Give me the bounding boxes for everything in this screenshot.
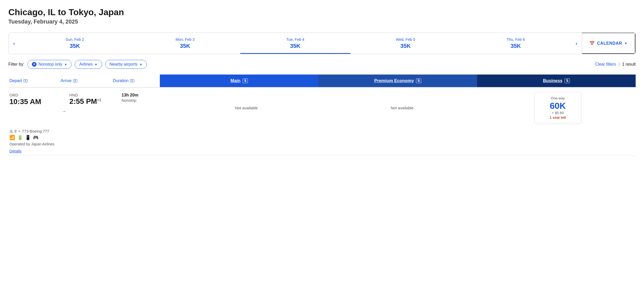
clear-filters-button[interactable]: Clear filters [595,62,616,67]
premium-sort-button[interactable]: Premium Economy ⇅ [318,75,477,87]
date-price-3: 35K [400,43,411,49]
business-sort-button[interactable]: Business ⇅ [477,75,636,87]
table-row: ORD 10:35 AM → HND 2:55 PM+1 13h 20m Non… [8,87,636,128]
flight-arrow-icon: → [62,109,66,114]
flight-business-col[interactable]: One way 60K + $5.60 1 seat left [480,88,636,128]
date-nav: ‹ Sun, Feb 2 35K Mon, Feb 3 35K Tue, Feb… [8,32,636,54]
arrive-airport-code: HND [69,93,122,97]
flight-duration-col: 13h 20m Nonstop [122,88,169,128]
arrive-time: 2:55 PM+1 [69,97,122,106]
entertainment-icon: 🎮 [33,135,39,140]
business-header-label: Business [543,78,563,83]
date-label-1: Mon, Feb 3 [175,37,195,42]
nearby-airports-chevron-icon: ▼ [139,63,143,66]
power-icon: 🔋 [17,135,23,140]
date-price-0: 35K [70,43,80,49]
date-label-0: Sun, Feb 2 [66,37,84,42]
aircraft-type: 773-Boeing 777 [22,129,49,133]
date-item-0[interactable]: Sun, Feb 2 35K [20,33,130,54]
stops-value: Nonstop [122,98,169,103]
date-item-3[interactable]: Wed, Feb 5 35K [350,33,461,54]
flight-main-col: Not available [169,88,324,128]
airlines-label: Airlines [79,62,92,67]
amenity-icons: 📶 🔋 📱 🎮 [9,135,636,140]
calendar-button[interactable]: 📅 CALENDAR ▼ [582,33,635,54]
date-label-4: Thu, Feb 6 [507,37,525,42]
next-date-button[interactable]: › [571,33,582,54]
nonstop-label: Nonstop only [38,62,62,67]
nearby-airports-label: Nearby airports [110,62,138,67]
result-count: 1 result [622,62,636,67]
depart-sort-icon: ⇅ [24,79,28,83]
duration-sort-icon: ⇅ [130,79,134,83]
separator-dot [19,130,20,132]
operated-by: Operated by Japan Airlines [9,142,636,146]
wifi-icon: 📶 [9,135,15,140]
duration-header-label: Duration [113,78,128,83]
date-item-1[interactable]: Mon, Feb 3 35K [130,33,240,54]
details-link[interactable]: Details [9,149,21,153]
depart-sort-button[interactable]: Depart ⇅ [9,78,28,83]
date-nav-items: Sun, Feb 2 35K Mon, Feb 3 35K Tue, Feb 4… [20,33,571,54]
page-subtitle: Tuesday, February 4, 2025 [8,18,636,25]
filter-by-label: Filter by: [8,62,24,67]
flight-info: JL 9 773-Boeing 777 [9,129,636,133]
filter-divider: | [619,62,620,67]
flight-premium-col: Not available [324,88,480,128]
business-seats-remaining: 1 seat left [540,116,576,119]
flight-arrive-col: HND 2:55 PM+1 [69,88,122,128]
price-oneway-label: One way [540,96,576,100]
nonstop-chevron-icon: ▼ [64,63,67,66]
business-price-fee: + $5.60 [540,111,576,115]
nonstop-remove-icon[interactable]: ✕ [32,62,37,67]
premium-sort-icon: ⇅ [416,78,421,83]
arrive-sort-icon: ⇅ [73,79,77,83]
main-availability: Not available [235,106,258,110]
business-price-amount: 60K [540,101,576,111]
page-title: Chicago, IL to Tokyo, Japan [8,7,636,17]
main-sort-button[interactable]: Main ⇅ [160,75,318,87]
usb-icon: 📱 [25,135,31,140]
date-price-4: 35K [511,43,521,49]
date-item-2[interactable]: Tue, Feb 4 35K [240,33,350,54]
prev-date-button[interactable]: ‹ [9,33,20,54]
calendar-chevron-icon: ▼ [624,42,628,45]
filter-right: Clear filters | 1 result [595,62,636,67]
main-sort-icon: ⇅ [243,78,248,83]
date-label-3: Wed, Feb 5 [396,37,415,42]
main-header-label: Main [231,78,241,83]
arrive-time-value: 2:55 PM [69,97,97,105]
duration-value: 13h 20m [122,93,169,98]
calendar-label: CALENDAR [597,41,622,46]
premium-availability: Not available [391,106,414,110]
flight-depart-col: ORD 10:35 AM [8,88,61,128]
depart-airport-code: ORD [9,93,18,97]
arrive-header-label: Arrive [61,78,72,83]
airlines-filter-button[interactable]: Airlines ▼ [75,60,102,69]
business-sort-icon: ⇅ [565,78,570,83]
airlines-chevron-icon: ▼ [95,63,98,66]
arrive-day-offset: +1 [97,98,101,102]
depart-header-label: Depart [9,78,22,83]
duration-sort-button[interactable]: Duration ⇅ [113,78,134,83]
date-price-1: 35K [180,43,190,49]
premium-header-label: Premium Economy [374,78,414,83]
arrive-sort-button[interactable]: Arrive ⇅ [61,78,77,83]
nearby-airports-filter-button[interactable]: Nearby airports ▼ [105,60,147,69]
business-price-card[interactable]: One way 60K + $5.60 1 seat left [534,92,581,124]
flight-details-row: JL 9 773-Boeing 777 📶 🔋 📱 🎮 Operated by … [8,129,636,156]
results-header: Depart ⇅ Arrive ⇅ Duration ⇅ Main ⇅ Prem… [8,75,636,87]
date-price-2: 35K [290,43,301,49]
filter-bar: Filter by: ✕ Nonstop only ▼ Airlines ▼ N… [8,60,636,69]
depart-time: 10:35 AM [9,98,61,106]
flight-number: JL 9 [9,129,16,133]
nonstop-filter-button[interactable]: ✕ Nonstop only ▼ [27,60,72,69]
date-item-4[interactable]: Thu, Feb 6 35K [461,33,571,54]
calendar-icon: 📅 [589,41,595,46]
date-label-2: Tue, Feb 4 [286,37,304,42]
